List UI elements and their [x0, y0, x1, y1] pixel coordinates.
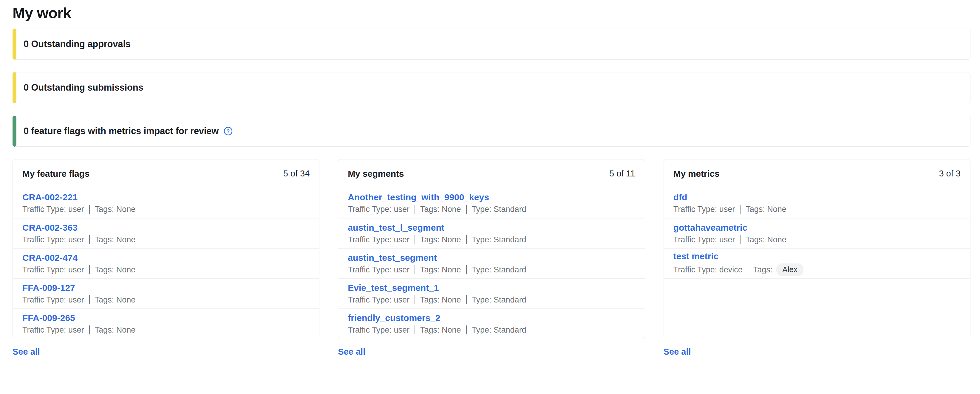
meta-label: Type: Standard: [472, 265, 527, 275]
meta-label: Tags:: [753, 265, 773, 275]
item-name-link[interactable]: gottahaveametric: [673, 222, 748, 233]
item-name-link[interactable]: Another_testing_with_9900_keys: [348, 192, 489, 202]
meta-label: Traffic Type: user: [22, 205, 84, 214]
card-column: My segments 5 of 11 Another_testing_with…: [338, 159, 645, 357]
meta-label: Traffic Type: user: [348, 295, 409, 305]
meta-segment: Traffic Type: user: [348, 235, 409, 245]
item-name-link[interactable]: FFA-009-265: [22, 313, 75, 323]
item-meta: Traffic Type: userTags: None: [22, 205, 310, 214]
item-name-link[interactable]: austin_test_segment: [348, 253, 437, 263]
item-name-link[interactable]: friendly_customers_2: [348, 313, 440, 323]
list-item: FFA-009-265 Traffic Type: userTags: None: [13, 308, 319, 338]
list-item: dfd Traffic Type: userTags: None: [664, 188, 970, 218]
banner-text: 0 Outstanding submissions: [24, 82, 143, 93]
meta-segment: Traffic Type: device: [673, 265, 743, 275]
card: My metrics 3 of 3 dfd Traffic Type: user…: [663, 159, 970, 339]
list-item: Evie_test_segment_1 Traffic Type: userTa…: [338, 278, 644, 308]
meta-label: Tags: None: [95, 295, 136, 305]
list-item: CRA-002-474 Traffic Type: userTags: None: [13, 248, 319, 278]
list-item: FFA-009-127 Traffic Type: userTags: None: [13, 278, 319, 308]
card: My segments 5 of 11 Another_testing_with…: [338, 159, 645, 339]
item-name-link[interactable]: CRA-002-363: [22, 222, 78, 233]
meta-segment: Type: Standard: [461, 205, 527, 214]
meta-segment: Type: Standard: [461, 265, 527, 275]
meta-label: Traffic Type: user: [348, 265, 409, 275]
cards-grid: My feature flags 5 of 34 CRA-002-221 Tra…: [13, 159, 970, 357]
banner-accent-bar: [13, 72, 16, 103]
meta-label: Type: Standard: [472, 325, 527, 335]
see-all-link[interactable]: See all: [663, 347, 691, 357]
meta-segment: Traffic Type: user: [673, 205, 735, 214]
item-meta: Traffic Type: userTags: None: [22, 295, 310, 305]
meta-segment: Traffic Type: user: [348, 295, 409, 305]
card-body: dfd Traffic Type: userTags: None gottaha…: [664, 188, 970, 339]
item-name-link[interactable]: CRA-002-474: [22, 253, 78, 263]
meta-segment: Type: Standard: [461, 295, 527, 305]
meta-segment: Type: Standard: [461, 235, 527, 245]
meta-segment: Traffic Type: user: [348, 265, 409, 275]
meta-segment: Tags:Alex: [743, 264, 803, 276]
meta-label: Type: Standard: [472, 205, 527, 214]
meta-label: Traffic Type: user: [348, 205, 409, 214]
banner-accent-bar: [13, 116, 16, 147]
meta-segment: Tags: None: [409, 325, 461, 335]
meta-segment: Tags: None: [84, 205, 136, 214]
meta-label: Traffic Type: user: [22, 265, 84, 275]
list-item: test metric Traffic Type: deviceTags:Ale…: [664, 248, 970, 278]
card-title: My segments: [348, 169, 404, 179]
meta-label: Traffic Type: user: [673, 205, 735, 214]
item-meta: Traffic Type: userTags: None: [673, 205, 961, 214]
meta-segment: Type: Standard: [461, 325, 527, 335]
meta-label: Tags: None: [420, 265, 461, 275]
card-count: 5 of 34: [283, 169, 310, 178]
status-banner: 0 Outstanding approvals: [13, 29, 970, 60]
card-header: My metrics 3 of 3: [664, 159, 970, 188]
banner-text: 0 Outstanding approvals: [24, 39, 130, 49]
meta-segment: Tags: None: [409, 265, 461, 275]
list-item: gottahaveametric Traffic Type: userTags:…: [664, 218, 970, 248]
item-name-link[interactable]: CRA-002-221: [22, 192, 78, 202]
item-name-link[interactable]: austin_test_l_segment: [348, 222, 444, 233]
list-item: CRA-002-221 Traffic Type: userTags: None: [13, 188, 319, 218]
meta-segment: Tags: None: [84, 265, 136, 275]
card-body: Another_testing_with_9900_keys Traffic T…: [338, 188, 644, 339]
meta-segment: Tags: None: [409, 205, 461, 214]
meta-label: Type: Standard: [472, 295, 527, 305]
meta-segment: Traffic Type: user: [22, 325, 84, 335]
meta-segment: Tags: None: [84, 295, 136, 305]
my-work-page: My work 0 Outstanding approvals 0 Outsta…: [0, 0, 980, 357]
banner-text: 0 feature flags with metrics impact for …: [24, 126, 219, 137]
meta-segment: Tags: None: [409, 295, 461, 305]
item-meta: Traffic Type: userTags: NoneType: Standa…: [348, 235, 635, 245]
item-meta: Traffic Type: userTags: NoneType: Standa…: [348, 295, 635, 305]
item-name-link[interactable]: dfd: [673, 192, 687, 202]
meta-segment: Traffic Type: user: [348, 205, 409, 214]
item-name-link[interactable]: Evie_test_segment_1: [348, 283, 439, 293]
page-title: My work: [13, 5, 970, 21]
meta-segment: Tags: None: [735, 235, 786, 245]
question-circle-icon[interactable]: ?: [223, 126, 233, 136]
meta-label: Traffic Type: device: [673, 265, 743, 275]
item-name-link[interactable]: test metric: [673, 251, 719, 261]
card-title: My feature flags: [22, 169, 89, 179]
status-banner: 0 feature flags with metrics impact for …: [13, 116, 970, 147]
card-header: My segments 5 of 11: [338, 159, 644, 188]
card: My feature flags 5 of 34 CRA-002-221 Tra…: [13, 159, 320, 339]
meta-segment: Tags: None: [84, 235, 136, 245]
see-all-link[interactable]: See all: [338, 347, 365, 357]
item-meta: Traffic Type: userTags: None: [22, 265, 310, 275]
card-column: My metrics 3 of 3 dfd Traffic Type: user…: [663, 159, 970, 357]
card-header: My feature flags 5 of 34: [13, 159, 319, 188]
meta-segment: Traffic Type: user: [348, 325, 409, 335]
empty-filler: [664, 278, 970, 339]
meta-label: Tags: None: [95, 325, 136, 335]
item-meta: Traffic Type: userTags: None: [22, 235, 310, 245]
meta-label: Tags: None: [95, 205, 136, 214]
meta-label: Tags: None: [420, 235, 461, 245]
meta-segment: Traffic Type: user: [22, 205, 84, 214]
item-meta: Traffic Type: userTags: NoneType: Standa…: [348, 265, 635, 275]
meta-segment: Tags: None: [84, 325, 136, 335]
status-banner: 0 Outstanding submissions: [13, 72, 970, 103]
see-all-link[interactable]: See all: [13, 347, 40, 357]
item-name-link[interactable]: FFA-009-127: [22, 283, 75, 293]
